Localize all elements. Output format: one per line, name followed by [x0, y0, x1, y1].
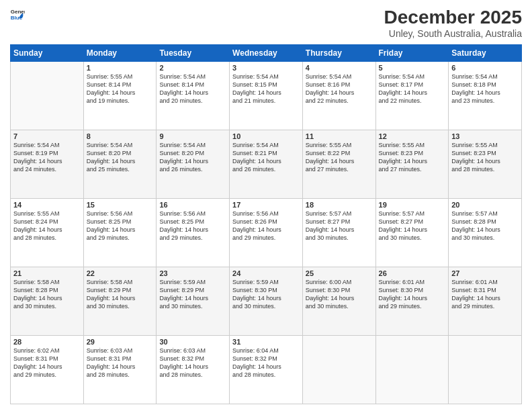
day-number: 28: [13, 338, 81, 346]
day-info: Sunrise: 5:56 AM Sunset: 8:26 PM Dayligh…: [232, 210, 300, 242]
day-info: Sunrise: 6:00 AM Sunset: 8:30 PM Dayligh…: [306, 278, 373, 311]
subtitle: Unley, South Australia, Australia: [384, 28, 522, 39]
calendar-cell: [375, 336, 449, 404]
day-number: 23: [159, 269, 226, 277]
calendar-cell: 7Sunrise: 5:54 AM Sunset: 8:19 PM Daylig…: [11, 130, 84, 199]
calendar-cell: 2Sunrise: 5:54 AM Sunset: 8:14 PM Daylig…: [157, 62, 230, 130]
day-info: Sunrise: 5:58 AM Sunset: 8:28 PM Dayligh…: [13, 278, 81, 311]
calendar-cell: 31Sunrise: 6:04 AM Sunset: 8:32 PM Dayli…: [230, 336, 303, 404]
day-number: 24: [232, 269, 300, 277]
day-number: 11: [306, 132, 373, 140]
page: General Blue December 2025 Unley, South …: [0, 0, 532, 411]
day-info: Sunrise: 5:57 AM Sunset: 8:27 PM Dayligh…: [306, 210, 373, 242]
calendar-cell: 29Sunrise: 6:03 AM Sunset: 8:31 PM Dayli…: [83, 336, 157, 404]
day-number: 20: [451, 201, 519, 209]
calendar-cell: [302, 336, 375, 404]
calendar-cell: 15Sunrise: 5:56 AM Sunset: 8:25 PM Dayli…: [83, 199, 157, 267]
month-title: December 2025: [384, 7, 522, 28]
day-number: 15: [87, 201, 154, 209]
day-info: Sunrise: 5:55 AM Sunset: 8:24 PM Dayligh…: [13, 210, 81, 242]
weekday-wednesday: Wednesday: [230, 45, 303, 62]
day-number: 19: [379, 201, 446, 209]
weekday-sunday: Sunday: [11, 45, 84, 62]
day-info: Sunrise: 6:02 AM Sunset: 8:31 PM Dayligh…: [13, 347, 81, 379]
day-info: Sunrise: 5:55 AM Sunset: 8:23 PM Dayligh…: [379, 141, 446, 174]
day-info: Sunrise: 6:01 AM Sunset: 8:30 PM Dayligh…: [379, 278, 446, 311]
day-info: Sunrise: 5:55 AM Sunset: 8:22 PM Dayligh…: [306, 141, 373, 174]
calendar-cell: 19Sunrise: 5:57 AM Sunset: 8:27 PM Dayli…: [375, 199, 449, 267]
calendar-table: SundayMondayTuesdayWednesdayThursdayFrid…: [10, 44, 522, 404]
weekday-monday: Monday: [83, 45, 157, 62]
calendar-cell: [449, 336, 522, 404]
day-info: Sunrise: 5:57 AM Sunset: 8:28 PM Dayligh…: [451, 210, 519, 242]
day-number: 21: [13, 269, 81, 277]
header: General Blue December 2025 Unley, South …: [10, 7, 522, 39]
week-row-1: 7Sunrise: 5:54 AM Sunset: 8:19 PM Daylig…: [11, 130, 522, 199]
week-row-4: 28Sunrise: 6:02 AM Sunset: 8:31 PM Dayli…: [11, 336, 522, 404]
week-row-0: 1Sunrise: 5:55 AM Sunset: 8:14 PM Daylig…: [11, 62, 522, 130]
calendar-cell: 22Sunrise: 5:58 AM Sunset: 8:29 PM Dayli…: [83, 267, 157, 336]
day-info: Sunrise: 5:56 AM Sunset: 8:25 PM Dayligh…: [159, 210, 226, 242]
calendar-cell: 13Sunrise: 5:55 AM Sunset: 8:23 PM Dayli…: [449, 130, 522, 199]
calendar-cell: 27Sunrise: 6:01 AM Sunset: 8:31 PM Dayli…: [449, 267, 522, 336]
day-number: 29: [87, 338, 154, 346]
day-info: Sunrise: 5:58 AM Sunset: 8:29 PM Dayligh…: [87, 278, 154, 311]
day-info: Sunrise: 6:03 AM Sunset: 8:32 PM Dayligh…: [159, 347, 226, 379]
calendar-cell: 20Sunrise: 5:57 AM Sunset: 8:28 PM Dayli…: [449, 199, 522, 267]
day-info: Sunrise: 6:03 AM Sunset: 8:31 PM Dayligh…: [87, 347, 154, 379]
day-info: Sunrise: 5:57 AM Sunset: 8:27 PM Dayligh…: [379, 210, 446, 242]
logo-icon: General Blue: [10, 7, 25, 21]
day-info: Sunrise: 5:54 AM Sunset: 8:21 PM Dayligh…: [232, 141, 300, 174]
day-number: 17: [232, 201, 300, 209]
day-number: 16: [159, 201, 226, 209]
day-number: 1: [87, 64, 154, 72]
day-number: 31: [232, 338, 300, 346]
calendar-cell: 21Sunrise: 5:58 AM Sunset: 8:28 PM Dayli…: [11, 267, 84, 336]
day-number: 6: [451, 64, 519, 72]
calendar-cell: [11, 62, 84, 130]
day-info: Sunrise: 5:56 AM Sunset: 8:25 PM Dayligh…: [87, 210, 154, 242]
day-number: 7: [13, 132, 81, 140]
day-number: 25: [306, 269, 373, 277]
day-number: 12: [379, 132, 446, 140]
week-row-3: 21Sunrise: 5:58 AM Sunset: 8:28 PM Dayli…: [11, 267, 522, 336]
day-info: Sunrise: 6:04 AM Sunset: 8:32 PM Dayligh…: [232, 347, 300, 379]
calendar-cell: 26Sunrise: 6:01 AM Sunset: 8:30 PM Dayli…: [375, 267, 449, 336]
calendar-cell: 28Sunrise: 6:02 AM Sunset: 8:31 PM Dayli…: [11, 336, 84, 404]
weekday-friday: Friday: [375, 45, 449, 62]
title-area: December 2025 Unley, South Australia, Au…: [384, 7, 522, 39]
day-info: Sunrise: 5:54 AM Sunset: 8:19 PM Dayligh…: [13, 141, 81, 174]
day-number: 13: [451, 132, 519, 140]
day-number: 22: [87, 269, 154, 277]
day-number: 4: [306, 64, 373, 72]
weekday-header-row: SundayMondayTuesdayWednesdayThursdayFrid…: [11, 45, 522, 62]
calendar-cell: 5Sunrise: 5:54 AM Sunset: 8:17 PM Daylig…: [375, 62, 449, 130]
day-number: 18: [306, 201, 373, 209]
day-number: 30: [159, 338, 226, 346]
day-info: Sunrise: 5:54 AM Sunset: 8:20 PM Dayligh…: [159, 141, 226, 174]
logo: General Blue: [10, 7, 25, 21]
day-number: 8: [87, 132, 154, 140]
calendar-cell: 25Sunrise: 6:00 AM Sunset: 8:30 PM Dayli…: [302, 267, 375, 336]
calendar-cell: 9Sunrise: 5:54 AM Sunset: 8:20 PM Daylig…: [157, 130, 230, 199]
calendar-cell: 6Sunrise: 5:54 AM Sunset: 8:18 PM Daylig…: [449, 62, 522, 130]
day-info: Sunrise: 5:54 AM Sunset: 8:16 PM Dayligh…: [306, 73, 373, 105]
day-info: Sunrise: 5:59 AM Sunset: 8:29 PM Dayligh…: [159, 278, 226, 311]
day-number: 26: [379, 269, 446, 277]
weekday-tuesday: Tuesday: [157, 45, 230, 62]
calendar-cell: 11Sunrise: 5:55 AM Sunset: 8:22 PM Dayli…: [302, 130, 375, 199]
day-number: 14: [13, 201, 81, 209]
day-number: 3: [232, 64, 300, 72]
day-info: Sunrise: 5:55 AM Sunset: 8:14 PM Dayligh…: [87, 73, 154, 105]
calendar-cell: 18Sunrise: 5:57 AM Sunset: 8:27 PM Dayli…: [302, 199, 375, 267]
day-number: 27: [451, 269, 519, 277]
day-info: Sunrise: 5:54 AM Sunset: 8:15 PM Dayligh…: [232, 73, 300, 105]
calendar-cell: 12Sunrise: 5:55 AM Sunset: 8:23 PM Dayli…: [375, 130, 449, 199]
calendar-cell: 3Sunrise: 5:54 AM Sunset: 8:15 PM Daylig…: [230, 62, 303, 130]
calendar-cell: 10Sunrise: 5:54 AM Sunset: 8:21 PM Dayli…: [230, 130, 303, 199]
calendar-cell: 17Sunrise: 5:56 AM Sunset: 8:26 PM Dayli…: [230, 199, 303, 267]
day-info: Sunrise: 6:01 AM Sunset: 8:31 PM Dayligh…: [451, 278, 519, 311]
calendar-cell: 23Sunrise: 5:59 AM Sunset: 8:29 PM Dayli…: [157, 267, 230, 336]
calendar-cell: 30Sunrise: 6:03 AM Sunset: 8:32 PM Dayli…: [157, 336, 230, 404]
week-row-2: 14Sunrise: 5:55 AM Sunset: 8:24 PM Dayli…: [11, 199, 522, 267]
